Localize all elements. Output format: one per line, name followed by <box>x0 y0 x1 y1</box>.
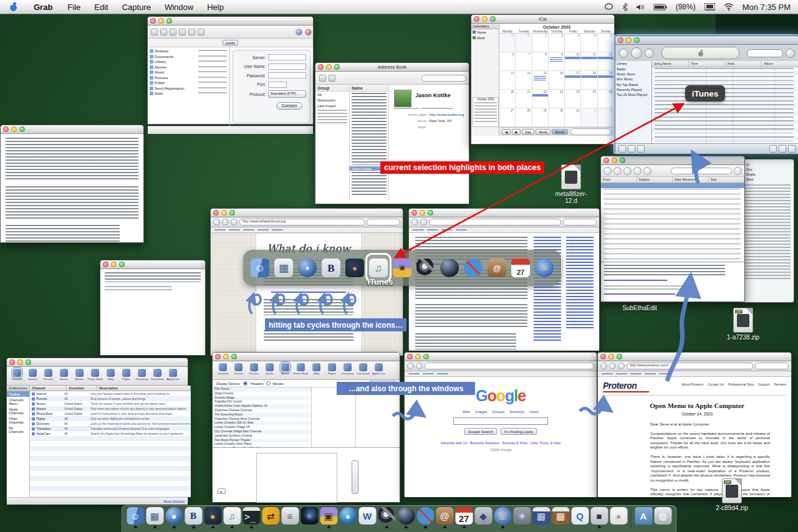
zoom-button[interactable] <box>620 158 625 163</box>
minimize-button[interactable] <box>608 354 614 359</box>
day-cell[interactable]: 14 <box>516 71 532 90</box>
day-cell[interactable]: 21 <box>516 90 532 108</box>
toolbar-button[interactable] <box>151 29 158 36</box>
search-input[interactable] <box>421 75 466 82</box>
file-row[interactable]: Documents <box>150 54 229 60</box>
day-cell[interactable]: 4 <box>581 34 597 52</box>
theater-row[interactable]: Clearview Chelsea Cinemas <box>213 409 311 413</box>
calendar-work[interactable]: Work <box>471 35 499 40</box>
group-item[interactable]: All <box>315 92 349 97</box>
theaters-radio[interactable] <box>243 381 248 386</box>
day-cell[interactable]: 3 <box>565 34 581 52</box>
toolbar-button[interactable] <box>160 29 167 36</box>
dock-icon-preview[interactable]: ▦ <box>145 507 165 528</box>
day-cell[interactable]: 8 <box>532 52 549 71</box>
minimize-button[interactable] <box>158 18 164 24</box>
menu-capture[interactable]: Capture <box>115 2 158 12</box>
protocol-dropdown[interactable]: Standard (FTP) <box>268 90 306 98</box>
zoom-button[interactable] <box>26 359 31 365</box>
calendar-home[interactable]: Home <box>471 29 499 35</box>
file-row[interactable]: Desktop <box>150 49 229 54</box>
dock-icon-trash[interactable]: ◍ <box>653 507 673 528</box>
theater-row[interactable]: Clearview Chelsea West Cinemas <box>213 417 311 422</box>
forward-button[interactable] <box>633 167 642 175</box>
day-cell[interactable]: 17 <box>565 71 581 90</box>
nav-link[interactable]: Professional Svcs <box>728 382 754 386</box>
zoom-button[interactable] <box>634 37 640 43</box>
group-item[interactable]: Directories <box>315 97 349 103</box>
collection-item[interactable]: Channels Menu <box>7 397 29 406</box>
channel-row[interactable]: Translation All Translate words and phra… <box>30 426 191 431</box>
close-button[interactable] <box>213 210 219 216</box>
group-item[interactable]: Last Import <box>315 103 349 108</box>
zoom-button[interactable] <box>119 262 125 267</box>
dock-icon-itunes[interactable]: ♫ <box>223 507 242 528</box>
google-tabs[interactable]: WebImagesGroupsDirectoryNews <box>405 410 597 414</box>
collections-sidebar[interactable]: Collections ToolbarChannels MenuApple Ch… <box>7 386 30 497</box>
titlebar[interactable] <box>1 125 143 134</box>
day-cell[interactable]: 6 <box>499 52 516 71</box>
connect-button[interactable]: Connect <box>276 102 302 110</box>
titlebar[interactable]: iCal <box>471 15 614 24</box>
minimize-button[interactable] <box>415 354 421 359</box>
search-field[interactable] <box>755 363 789 369</box>
play-button[interactable] <box>631 47 642 59</box>
google-footer-links[interactable]: Advertise with Us - Business Solutions -… <box>405 441 597 445</box>
titlebar[interactable] <box>148 17 313 26</box>
mini-calendar[interactable]: October 2003 <box>473 97 499 127</box>
column-header[interactable]: Album <box>762 61 798 67</box>
channel-row[interactable]: Stocks United States Track the stocks in… <box>30 401 191 406</box>
next-button[interactable] <box>645 49 654 58</box>
titlebar[interactable] <box>7 358 188 367</box>
toolbar-button[interactable] <box>188 29 195 36</box>
column-header[interactable]: Song Name <box>652 61 689 67</box>
channel-button[interactable]: Flights <box>120 369 133 381</box>
close-button[interactable] <box>411 210 417 216</box>
back-button[interactable] <box>213 219 220 226</box>
channel-row[interactable]: Phone Book United States Look for busine… <box>30 411 191 416</box>
switcher-icon-proteron[interactable] <box>438 254 461 282</box>
shuffle-button[interactable] <box>628 145 635 153</box>
forward-button[interactable] <box>420 219 427 226</box>
view-column-button[interactable] <box>329 75 335 82</box>
day-cell[interactable]: 15 <box>532 71 549 90</box>
zoom-button[interactable] <box>231 354 237 359</box>
close-button[interactable] <box>600 354 606 359</box>
theater-row[interactable]: Two Boots Pioneer Theater <box>213 439 311 443</box>
checkbox[interactable] <box>473 36 476 39</box>
zoom-button[interactable] <box>166 18 172 24</box>
apple-menu-icon[interactable] <box>9 2 18 11</box>
menu-grab[interactable]: Grab <box>27 2 60 12</box>
text-document-window[interactable] <box>0 125 144 243</box>
zoom-button[interactable] <box>229 210 235 216</box>
day-cell[interactable]: 27 <box>499 108 516 127</box>
day-cell[interactable]: 2 <box>598 108 614 127</box>
collection-item[interactable]: Other Channels <box>7 416 29 425</box>
minimize-button[interactable] <box>17 359 23 365</box>
tab-link[interactable]: Groups <box>493 410 505 414</box>
titlebar[interactable] <box>100 260 205 269</box>
channel-button[interactable]: Pictures <box>248 363 261 375</box>
compose-button[interactable] <box>643 167 651 175</box>
dock-icon-terminal[interactable]: >_ <box>242 507 261 528</box>
theater-row[interactable]: Cinema Village <box>213 396 311 401</box>
mail-window[interactable]: FromSubjectDate ReceivedSize <box>600 156 745 302</box>
theater-row[interactable]: Loews Cineplex 19th St. East <box>213 421 311 425</box>
titlebar[interactable] <box>615 36 798 45</box>
titlebar[interactable] <box>405 353 597 361</box>
dock-icon-camino[interactable]: ● <box>165 507 184 528</box>
collection-item[interactable]: My Channels <box>7 425 29 434</box>
channel-button[interactable]: AppleCare <box>166 369 180 381</box>
repeat-button[interactable] <box>637 145 645 153</box>
group-column[interactable]: Group AllDirectoriesLast Import <box>315 85 350 200</box>
channel-button[interactable]: eBay <box>104 369 117 381</box>
day-cell[interactable]: 29 <box>499 34 516 52</box>
channel-row[interactable]: Flights All Find out when flights are sc… <box>30 416 191 421</box>
sherlock-channels-window[interactable]: Channels Internet Pictures Stocks Movies <box>6 358 188 503</box>
bookmarks-bar[interactable] <box>409 227 599 233</box>
reply-button[interactable] <box>613 167 622 175</box>
titlebar[interactable] <box>409 209 599 217</box>
dock-icon-toast[interactable]: ≡ <box>281 507 300 528</box>
eject-button[interactable] <box>788 145 796 153</box>
switcher-icon-preview[interactable]: ▦ <box>272 254 296 282</box>
